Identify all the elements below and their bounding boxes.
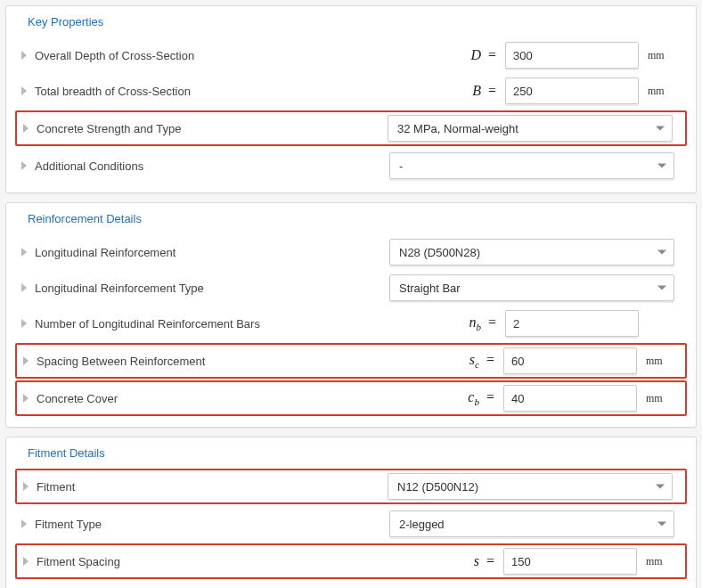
row-fitment-type: Fitment Type 2-legged <box>15 506 687 542</box>
reinforcement-details-panel: Reinforcement Details Longitudinal Reinf… <box>5 202 697 428</box>
expand-icon[interactable] <box>19 161 29 170</box>
expand-icon[interactable] <box>19 319 29 328</box>
concrete-strength-value: 32 MPa, Normal-weight <box>397 122 518 135</box>
cover-label: Concrete Cover <box>35 392 118 405</box>
expand-icon[interactable] <box>20 356 31 365</box>
fitment-label: Fitment <box>35 480 75 494</box>
row-nbars: Number of Longitudinal Reinforcement Bar… <box>15 306 687 341</box>
breadth-unit: mm <box>639 85 674 98</box>
fitment-select[interactable]: N12 (D500N12) <box>388 473 673 500</box>
fitment-spacing-symbol: s = <box>450 553 503 569</box>
row-longitudinal-reinf-type: Longitudinal Reinforcement Type Straight… <box>15 270 687 306</box>
fitment-spacing-input[interactable] <box>503 548 637 575</box>
row-spacing-between-reinf: Spacing Between Reinforcement sc = mm <box>15 343 687 379</box>
overall-depth-label: Overall Depth of Cross-Section <box>33 49 194 62</box>
fitment-details-title: Fitment Details <box>28 446 687 460</box>
row-fitment: Fitment N12 (D500N12) <box>15 469 687 504</box>
chevron-down-icon <box>656 127 665 131</box>
expand-icon[interactable] <box>19 51 29 60</box>
row-concrete-cover: Concrete Cover cb = mm <box>15 380 687 416</box>
fitment-type-select[interactable]: 2-legged <box>389 510 674 537</box>
spacing-label: Spacing Between Reinforcement <box>35 355 205 368</box>
expand-icon[interactable] <box>19 86 29 95</box>
chevron-down-icon <box>657 250 666 255</box>
additional-conditions-value: - <box>399 159 403 173</box>
fitment-details-panel: Fitment Details Fitment N12 (D500N12) Fi… <box>5 437 697 588</box>
cover-input[interactable] <box>503 385 637 412</box>
row-fitment-spacing: Fitment Spacing s = mm <box>15 543 687 579</box>
row-longitudinal-reinf: Longitudinal Reinforcement N28 (D500N28) <box>15 234 687 270</box>
key-properties-panel: Key Properties Overall Depth of Cross-Se… <box>5 5 697 193</box>
expand-icon[interactable] <box>20 482 31 491</box>
cover-symbol: cb = <box>450 389 503 407</box>
nbars-symbol: nb = <box>452 314 505 332</box>
concrete-strength-label: Concrete Strength and Type <box>35 122 181 135</box>
key-properties-title: Key Properties <box>28 15 687 29</box>
breadth-label: Total breadth of Cross-Section <box>33 85 191 98</box>
expand-icon[interactable] <box>20 124 31 133</box>
spacing-unit: mm <box>637 355 673 368</box>
cover-unit: mm <box>637 392 673 405</box>
longitudinal-reinf-type-select[interactable]: Straight Bar <box>389 274 674 301</box>
fitment-type-label: Fitment Type <box>33 518 102 531</box>
nbars-input[interactable] <box>505 310 639 337</box>
longitudinal-reinf-label: Longitudinal Reinforcement <box>33 246 176 259</box>
row-total-breadth: Total breadth of Cross-Section B = mm <box>15 73 687 109</box>
fitment-value: N12 (D500N12) <box>397 480 478 494</box>
chevron-down-icon <box>656 485 665 489</box>
breadth-input[interactable] <box>505 78 639 104</box>
longitudinal-reinf-type-value: Straight Bar <box>399 282 461 295</box>
additional-conditions-select[interactable]: - <box>389 152 674 179</box>
chevron-down-icon <box>657 286 666 290</box>
longitudinal-reinf-type-label: Longitudinal Reinforcement Type <box>33 282 204 295</box>
expand-icon[interactable] <box>20 557 31 566</box>
fitment-spacing-unit: mm <box>637 555 673 568</box>
additional-conditions-label: Additional Conditions <box>33 159 143 173</box>
fitment-type-value: 2-legged <box>399 518 445 531</box>
breadth-symbol: B = <box>452 83 505 99</box>
expand-icon[interactable] <box>19 283 29 292</box>
spacing-input[interactable] <box>503 347 637 374</box>
fitment-spacing-label: Fitment Spacing <box>35 555 120 568</box>
reinforcement-details-title: Reinforcement Details <box>28 212 687 225</box>
chevron-down-icon <box>657 164 666 168</box>
concrete-strength-select[interactable]: 32 MPa, Normal-weight <box>388 115 673 142</box>
row-overall-depth: Overall Depth of Cross-Section D = mm <box>15 37 687 73</box>
nbars-label: Number of Longitudinal Reinforcement Bar… <box>33 317 260 331</box>
longitudinal-reinf-value: N28 (D500N28) <box>399 246 480 259</box>
spacing-symbol: sc = <box>450 352 503 370</box>
expand-icon[interactable] <box>20 394 31 403</box>
expand-icon[interactable] <box>19 519 29 528</box>
row-additional-conditions: Additional Conditions - <box>15 148 687 184</box>
chevron-down-icon <box>657 522 666 527</box>
row-concrete-strength: Concrete Strength and Type 32 MPa, Norma… <box>15 110 687 146</box>
depth-unit: mm <box>639 49 674 62</box>
depth-symbol: D = <box>452 47 505 63</box>
longitudinal-reinf-select[interactable]: N28 (D500N28) <box>389 239 674 265</box>
depth-input[interactable] <box>505 42 639 69</box>
expand-icon[interactable] <box>19 248 29 257</box>
